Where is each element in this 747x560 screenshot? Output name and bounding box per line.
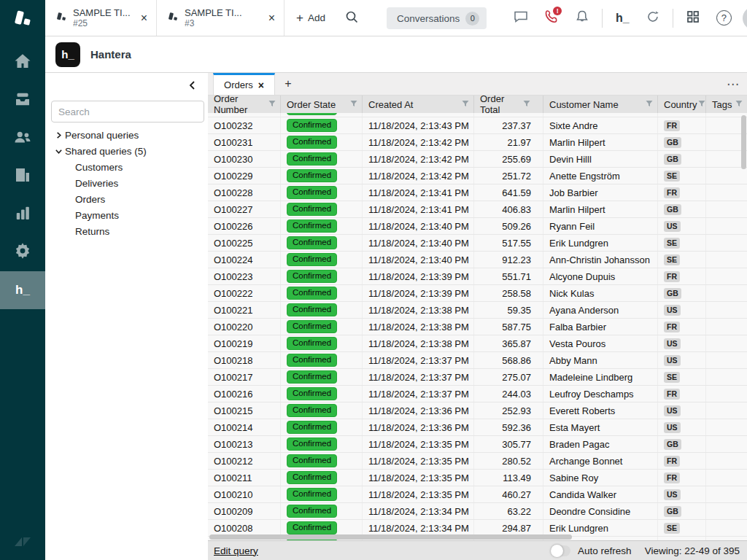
- collapse-panel-button[interactable]: [186, 79, 199, 92]
- cell-order-total: 406.83: [474, 201, 543, 217]
- table-row[interactable]: O100211Confirmed11/18/2024, 2:13:35 PM11…: [208, 470, 747, 486]
- filter-icon[interactable]: [645, 99, 654, 110]
- table-row[interactable]: O100218Confirmed11/18/2024, 2:13:37 PM56…: [208, 352, 747, 369]
- cell-country: FR: [658, 319, 706, 335]
- sidebar-item-deliveries[interactable]: Deliveries: [45, 175, 208, 191]
- chevron-right-icon: [53, 131, 65, 139]
- column-header-order-state[interactable]: Order State: [281, 96, 363, 113]
- country-badge: US: [664, 405, 681, 416]
- table-row[interactable]: O100209Confirmed11/18/2024, 2:13:34 PM63…: [208, 503, 747, 520]
- table-row[interactable]: O100228Confirmed11/18/2024, 2:13:41 PM64…: [208, 184, 747, 201]
- cell-order-number: O100228: [208, 184, 281, 201]
- state-badge: Confirmed: [287, 186, 337, 199]
- cell-created-at: 11/18/2024, 2:13:42 PM: [363, 151, 474, 167]
- auto-refresh-label: Auto refresh: [578, 545, 632, 556]
- table-row[interactable]: O100232Confirmed11/18/2024, 2:13:43 PM23…: [208, 117, 747, 134]
- cell-country: FR: [658, 184, 706, 201]
- column-header-tags[interactable]: Tags: [706, 96, 747, 113]
- filter-icon[interactable]: [461, 99, 470, 110]
- column-header-country[interactable]: Country: [658, 96, 706, 113]
- cell-tags: [706, 319, 747, 335]
- filter-icon[interactable]: [349, 99, 358, 110]
- tab-orders[interactable]: Orders ×: [213, 73, 275, 95]
- query-tab-strip: Orders × + ⋯: [208, 73, 747, 96]
- apps-grid-button[interactable]: [679, 0, 707, 36]
- table-row[interactable]: O100217Confirmed11/18/2024, 2:13:37 PM27…: [208, 369, 747, 386]
- table-footer: Edit query Auto refresh Viewing: 22-49 o…: [208, 540, 747, 560]
- filter-icon[interactable]: [735, 99, 743, 110]
- rail-admin-button[interactable]: [0, 233, 45, 271]
- rail-hantera-app-button[interactable]: h_: [0, 271, 45, 309]
- filter-icon[interactable]: [268, 99, 276, 110]
- table-row[interactable]: O100213Confirmed11/18/2024, 2:13:35 PM30…: [208, 436, 747, 453]
- close-icon[interactable]: ×: [258, 79, 264, 91]
- state-badge: Confirmed: [287, 287, 337, 300]
- table-row[interactable]: O100214Confirmed11/18/2024, 2:13:36 PM59…: [208, 419, 747, 436]
- state-badge: Confirmed: [287, 521, 337, 534]
- phone-button[interactable]: !: [538, 0, 565, 36]
- ticket-tab-25[interactable]: SAMPLE TI...#25×: [45, 0, 157, 36]
- table-row[interactable]: O100221Confirmed11/18/2024, 2:13:38 PM59…: [208, 302, 747, 319]
- close-icon[interactable]: ×: [138, 12, 150, 25]
- table-row[interactable]: O100210Confirmed11/18/2024, 2:13:35 PM46…: [208, 486, 747, 503]
- table-row[interactable]: O100223Confirmed11/18/2024, 2:13:39 PM55…: [208, 268, 747, 285]
- edit-query-link[interactable]: Edit query: [214, 545, 258, 556]
- table-row[interactable]: O100227Confirmed11/18/2024, 2:13:41 PM40…: [208, 201, 747, 218]
- country-badge: US: [664, 422, 681, 433]
- auto-refresh-toggle[interactable]: [551, 545, 570, 556]
- column-header-order-number[interactable]: Order Number: [208, 96, 281, 113]
- cell-created-at: 11/18/2024, 2:13:40 PM: [363, 252, 474, 268]
- filter-icon[interactable]: [522, 99, 531, 110]
- search-button[interactable]: [337, 0, 366, 36]
- ticket-tab-3[interactable]: SAMPLE TI...#3×: [157, 0, 285, 36]
- table-row[interactable]: O100230Confirmed11/18/2024, 2:13:42 PM25…: [208, 151, 747, 168]
- close-icon[interactable]: ×: [266, 12, 278, 25]
- sidebar-item-returns[interactable]: Returns: [45, 223, 208, 239]
- table-row[interactable]: O100225Confirmed11/18/2024, 2:13:40 PM51…: [208, 235, 747, 252]
- cell-order-state: Confirmed: [281, 218, 363, 234]
- chat-button[interactable]: [507, 0, 535, 36]
- cell-order-number: O100214: [208, 419, 281, 435]
- cell-customer-name: Everett Roberts: [543, 402, 658, 419]
- table-row[interactable]: O100222Confirmed11/18/2024, 2:13:39 PM25…: [208, 285, 747, 302]
- column-header-order-total[interactable]: Order Total: [474, 96, 543, 113]
- filter-icon[interactable]: [697, 99, 706, 110]
- vertical-scrollbar[interactable]: [741, 115, 746, 169]
- state-badge: Confirmed: [287, 152, 337, 166]
- rail-reporting-button[interactable]: [0, 195, 45, 233]
- rail-customers-button[interactable]: [0, 120, 45, 158]
- horizontal-scrollbar[interactable]: [209, 534, 572, 540]
- table-row[interactable]: O100216Confirmed11/18/2024, 2:13:37 PM24…: [208, 386, 747, 402]
- profile-button[interactable]: [740, 0, 747, 36]
- product-logo-button[interactable]: h_: [608, 0, 636, 36]
- new-query-tab-button[interactable]: +: [275, 73, 301, 95]
- rail-home-button[interactable]: [0, 44, 45, 82]
- sidebar-item-payments[interactable]: Payments: [45, 207, 208, 223]
- tree-personal-queries[interactable]: Personal queries: [45, 127, 208, 143]
- table-row[interactable]: O100212Confirmed11/18/2024, 2:13:35 PM28…: [208, 453, 747, 470]
- table-row[interactable]: O100224Confirmed11/18/2024, 2:13:40 PM91…: [208, 252, 747, 268]
- column-header-created-at[interactable]: Created At: [363, 96, 474, 113]
- column-header-customer-name[interactable]: Customer Name: [543, 96, 658, 113]
- shared-query-list: CustomersDeliveriesOrdersPaymentsReturns: [45, 159, 208, 239]
- notifications-button[interactable]: [568, 0, 596, 36]
- table-row[interactable]: O100219Confirmed11/18/2024, 2:13:38 PM36…: [208, 335, 747, 352]
- tree-shared-queries[interactable]: Shared queries (5): [45, 143, 208, 159]
- table-body: ConfirmedO100232Confirmed11/18/2024, 2:1…: [208, 113, 747, 540]
- table-row[interactable]: O100215Confirmed11/18/2024, 2:13:36 PM25…: [208, 402, 747, 419]
- query-search-input[interactable]: [51, 101, 204, 122]
- sidebar-item-orders[interactable]: Orders: [45, 191, 208, 207]
- table-row[interactable]: O100229Confirmed11/18/2024, 2:13:42 PM25…: [208, 168, 747, 184]
- table-row[interactable]: O100226Confirmed11/18/2024, 2:13:40 PM50…: [208, 218, 747, 235]
- refresh-button[interactable]: [639, 0, 667, 36]
- help-button[interactable]: ?: [710, 0, 738, 36]
- sidebar-item-customers[interactable]: Customers: [45, 159, 208, 175]
- table-row[interactable]: O100220Confirmed11/18/2024, 2:13:38 PM58…: [208, 319, 747, 335]
- conversations-button[interactable]: Conversations 0: [387, 7, 487, 29]
- rail-organizations-button[interactable]: [0, 158, 45, 195]
- overflow-menu-button[interactable]: ⋯: [727, 77, 740, 92]
- cell-customer-name: Anette Engström: [543, 168, 658, 184]
- rail-views-button[interactable]: [0, 82, 45, 120]
- table-row[interactable]: O100231Confirmed11/18/2024, 2:13:42 PM21…: [208, 134, 747, 151]
- add-tab-button[interactable]: + Add: [285, 0, 337, 36]
